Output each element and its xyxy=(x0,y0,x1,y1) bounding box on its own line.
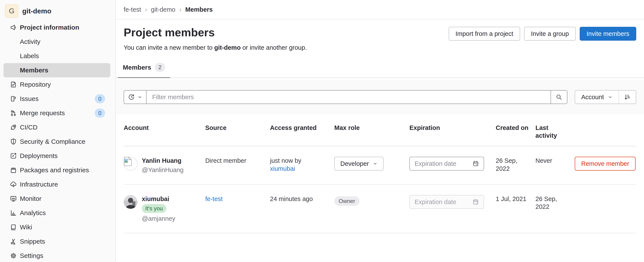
member-source-link[interactable]: fe-test xyxy=(205,195,223,202)
book-icon xyxy=(10,224,17,231)
chevron-down-icon xyxy=(608,95,612,99)
page-description: You can invite a new member to git-demo … xyxy=(116,41,644,51)
chevron-down-icon xyxy=(373,161,378,166)
description-project-name: git-demo xyxy=(214,44,241,51)
bullhorn-icon xyxy=(10,24,17,31)
max-role-value: Developer xyxy=(340,160,369,168)
breadcrumb-current: Members xyxy=(185,6,212,14)
sidebar-nav: Project information Activity Labels Memb… xyxy=(0,20,116,262)
max-role-dropdown[interactable]: Developer xyxy=(334,157,384,171)
sidebar-item-labels[interactable]: Labels xyxy=(4,49,110,63)
avatar-photo xyxy=(124,195,138,209)
sidebar-item-settings[interactable]: Settings xyxy=(4,248,110,262)
project-avatar-initial: G xyxy=(9,7,14,15)
search-history-dropdown[interactable] xyxy=(124,91,146,103)
avatar-broken-image xyxy=(124,157,138,171)
sidebar-item-merge-requests[interactable]: Merge requests 0 xyxy=(4,106,110,120)
member-created-on: 26 Sep, 2022 xyxy=(496,146,536,184)
breadcrumb-project-link[interactable]: git-demo xyxy=(151,6,176,14)
remove-member-button[interactable]: Remove member xyxy=(575,157,636,171)
sidebar-item-infrastructure[interactable]: Infrastructure xyxy=(4,177,110,192)
sidebar-item-analytics[interactable]: Analytics xyxy=(4,206,110,220)
sort-field-dropdown[interactable]: Account xyxy=(575,91,619,103)
invite-group-button[interactable]: Invite a group xyxy=(524,27,576,41)
member-username: @YanlinHuang xyxy=(142,166,184,174)
sort-control-group: Account xyxy=(575,90,636,104)
import-from-project-button[interactable]: Import from a project xyxy=(449,27,520,41)
search-button[interactable] xyxy=(550,91,567,103)
main-content: fe-test › git-demo › Members Project mem… xyxy=(116,0,644,262)
page-title: Project members xyxy=(124,26,215,40)
sidebar-item-deployments[interactable]: Deployments xyxy=(4,149,110,163)
column-header-account: Account xyxy=(124,117,205,146)
sidebar-item-monitor[interactable]: Monitor xyxy=(4,192,110,206)
breadcrumb-group-link[interactable]: fe-test xyxy=(124,6,141,14)
sort-descending-icon xyxy=(624,94,631,100)
column-header-expiration: Expiration xyxy=(410,117,496,146)
member-name[interactable]: xiumubai xyxy=(142,195,175,203)
member-row-yanlin-huang: Yanlin Huang @YanlinHuang Direct member … xyxy=(124,146,636,184)
sidebar-item-repository[interactable]: Repository xyxy=(4,77,110,92)
merge-requests-count-badge: 0 xyxy=(95,108,105,118)
table-header-row: Account Source Access granted Max role E… xyxy=(124,117,636,146)
breadcrumb-separator: › xyxy=(145,6,147,14)
scissors-icon xyxy=(10,238,17,245)
filtered-search-bar xyxy=(124,90,568,104)
breadcrumb: fe-test › git-demo › Members xyxy=(116,0,644,20)
package-icon xyxy=(10,167,17,174)
owner-role-badge: Owner xyxy=(334,196,360,206)
sidebar-project-header[interactable]: G git-demo xyxy=(0,3,116,20)
document-icon xyxy=(10,81,17,88)
sidebar-item-cicd[interactable]: CI/CD xyxy=(4,120,110,135)
project-sidebar: G git-demo Project information Activity … xyxy=(0,0,116,262)
member-name[interactable]: Yanlin Huang xyxy=(142,157,184,165)
column-header-max-role: Max role xyxy=(334,117,410,146)
sidebar-item-members[interactable]: Members xyxy=(4,63,110,77)
header-actions: Import from a project Invite a group Inv… xyxy=(449,27,636,41)
sort-field-label: Account xyxy=(581,93,604,101)
project-avatar: G xyxy=(5,4,18,18)
sort-direction-button[interactable] xyxy=(619,91,636,103)
column-header-last-activity: Last activity xyxy=(536,117,575,146)
calendar-icon xyxy=(472,199,479,205)
shield-icon xyxy=(10,138,17,145)
member-created-on: 1 Jul, 2021 xyxy=(496,184,536,233)
members-tabs: Members 2 xyxy=(116,63,644,78)
gear-icon xyxy=(10,252,17,259)
column-header-access-granted: Access granted xyxy=(270,117,334,146)
expiration-date-field[interactable]: Expiration date xyxy=(410,157,484,171)
chevron-down-icon xyxy=(138,95,142,99)
rocket-icon xyxy=(10,124,17,131)
sidebar-item-issues[interactable]: Issues 0 xyxy=(4,92,110,106)
tab-members-label: Members xyxy=(123,63,151,72)
access-granted-by-link[interactable]: xiumubai xyxy=(270,165,295,172)
sidebar-item-security-compliance[interactable]: Security & Compliance xyxy=(4,135,110,149)
merge-request-icon xyxy=(10,110,17,116)
member-last-activity: 26 Sep, 2022 xyxy=(536,184,575,233)
sidebar-item-snippets[interactable]: Snippets xyxy=(4,234,110,248)
history-icon xyxy=(128,94,135,100)
column-header-source: Source xyxy=(205,117,270,146)
expiration-date-field-disabled: Expiration date xyxy=(410,195,484,209)
issues-count-badge: 0 xyxy=(95,94,105,103)
tab-members-count-badge: 2 xyxy=(155,63,165,72)
filter-members-input[interactable] xyxy=(146,91,550,103)
column-header-created-on: Created on xyxy=(496,117,536,146)
its-you-badge: It's you xyxy=(142,204,166,213)
sidebar-item-project-information[interactable]: Project information xyxy=(4,20,110,35)
invite-members-button[interactable]: Invite members xyxy=(580,27,636,41)
access-granted-text: 24 minutes ago xyxy=(270,184,334,233)
sidebar-item-wiki[interactable]: Wiki xyxy=(4,220,110,234)
cloud-gear-icon xyxy=(10,181,17,188)
sidebar-item-activity[interactable]: Activity xyxy=(4,35,110,49)
breadcrumb-separator: › xyxy=(179,6,181,14)
access-granted-text: just now by xyxy=(270,157,329,165)
filter-panel: Account xyxy=(116,80,644,114)
member-row-xiumubai: xiumubai It's you @amjanney fe-test 24 m… xyxy=(124,184,636,233)
sidebar-item-packages-registries[interactable]: Packages and registries xyxy=(4,163,110,177)
project-name: git-demo xyxy=(22,7,51,15)
tab-members[interactable]: Members 2 xyxy=(118,63,170,78)
members-table: Account Source Access granted Max role E… xyxy=(124,117,636,233)
member-source: Direct member xyxy=(205,146,270,184)
chart-icon xyxy=(10,209,17,216)
